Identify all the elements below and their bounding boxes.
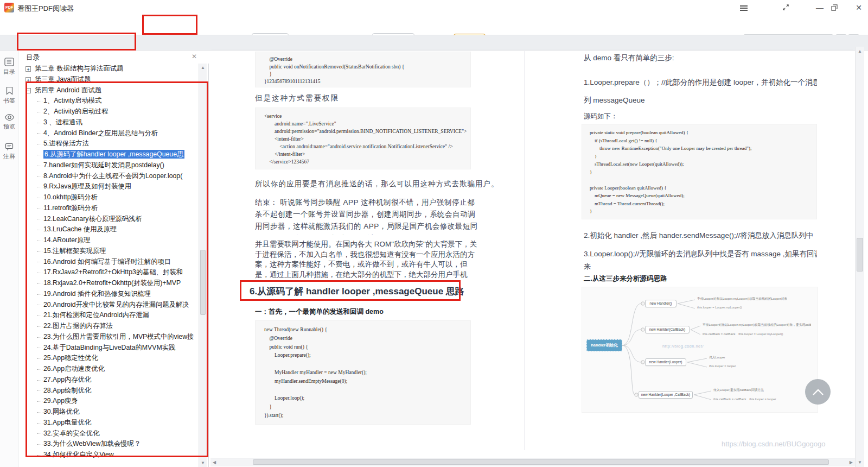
document-horizontal-scrollbar[interactable]: ◀ ▶ bbox=[210, 458, 855, 466]
scroll-down-icon[interactable]: ▼ bbox=[856, 460, 864, 465]
toc-item[interactable]: 3 、进程通讯 bbox=[18, 117, 199, 128]
paragraph: 3.Looper.loop();//无限循环的去消息队列中找是否有 massag… bbox=[584, 249, 817, 259]
sidebar-item-toc[interactable]: 目录 bbox=[0, 58, 18, 76]
paragraph: 所以你的应用要是有消息推送的话，那么可以用这种方式去欺骗用户。 bbox=[255, 179, 499, 189]
toc-item[interactable]: 24.基于DataBinding与LiveData的MVVM实践 bbox=[18, 343, 199, 354]
scroll-down-icon[interactable]: ▼ bbox=[199, 460, 207, 465]
toc-item-label: 12.LeakCanary核心原理源码浅析 bbox=[43, 215, 142, 223]
document-vertical-scrollbar[interactable]: ▲ ▼ bbox=[855, 47, 864, 467]
paragraph: 来 bbox=[584, 262, 591, 272]
toc-item[interactable]: 22.图片占据的内存算法 bbox=[18, 321, 199, 332]
toc-chapter-label: 第二章 数据结构与算法面试题 bbox=[35, 65, 123, 72]
toc-item[interactable]: 19.Android 插件化和热修复知识梳理 bbox=[18, 289, 199, 300]
toc-item[interactable]: 8.Android中为什么主线程不会因为Looper.loop( bbox=[18, 171, 199, 182]
toc-item[interactable]: 16.Android 如何编写基于编译时注解的项目 bbox=[18, 257, 199, 268]
toc-chapter[interactable]: −第四章 Android 面试题 bbox=[18, 85, 199, 96]
toc-item[interactable]: 5.进程保活方法 bbox=[18, 138, 199, 149]
horizontal-scrollbar-thumb[interactable] bbox=[253, 459, 829, 465]
toc-header: 目录 ✕ bbox=[18, 51, 209, 64]
toc-item[interactable]: 25.App稳定性优化 bbox=[18, 353, 199, 364]
toc-item[interactable]: 10.okhttp源码分析 bbox=[18, 192, 199, 203]
toc-chapter[interactable]: +第三章 Java面试题 bbox=[18, 74, 199, 85]
toc-item[interactable]: 7.handler如何实现延时发消息postdelay() bbox=[18, 160, 199, 171]
toc-item[interactable]: 28.App绘制优化 bbox=[18, 386, 199, 396]
sidebar-item-bookmarks[interactable]: 书签 bbox=[0, 86, 18, 105]
toc-item-label: 26.App启动速度优化 bbox=[43, 365, 105, 373]
toc-item[interactable]: 9.RxJava原理及如何封装使用 bbox=[18, 181, 199, 192]
toc-item-label: 25.App稳定性优化 bbox=[43, 354, 98, 362]
toc-item[interactable]: 4、Android Binder之应用层总结与分析 bbox=[18, 128, 199, 139]
toc-item[interactable]: 30.网络优化 bbox=[18, 407, 199, 418]
toc-item[interactable]: 15.注解框架实现原理 bbox=[18, 246, 199, 257]
toc-item-label: 13.LruCache 使用及原理 bbox=[43, 225, 117, 233]
toc-item[interactable]: 1、Activity启动模式 bbox=[18, 96, 199, 106]
toc-item[interactable]: 33.为什么WebView加载会慢呢？ bbox=[18, 439, 199, 450]
toc-item-label: 22.图片占据的内存算法 bbox=[43, 322, 113, 330]
diagram-node: new Hanlder(CallBack) bbox=[645, 326, 690, 333]
toc-item[interactable]: 21.如何检测和定位Android内存泄漏 bbox=[18, 310, 199, 321]
scroll-left-icon[interactable]: ◀ bbox=[213, 460, 216, 465]
toc-item[interactable]: 34.如何优化自定义View bbox=[18, 450, 199, 460]
toc-item[interactable]: 2、Activity的启动过程 bbox=[18, 106, 199, 117]
titlebar: PDF 看图王PDF阅读器 — ✕ bbox=[0, 0, 868, 15]
toc-item[interactable]: 17.RxJava2+Retrofit2+OkHttp3的基础、封装和 bbox=[18, 267, 199, 278]
toc-header-title: 目录 bbox=[26, 53, 40, 62]
paragraph: 从 demo 看只有简单的三步: bbox=[584, 53, 674, 63]
sidebar-item-label: 书签 bbox=[0, 97, 18, 105]
toc-item-label: 23.为什么图片需要用软引用，MVP模式中的view接 bbox=[43, 333, 194, 340]
toc-chapter-label: 第四章 Android 面试题 bbox=[35, 86, 101, 94]
expand-icon[interactable]: + bbox=[25, 77, 31, 83]
toc-item-label: 20.Android开发中比较常见的内存泄漏问题及解决 bbox=[43, 301, 189, 308]
sub-heading: 一：首先，一个最简单的发送和回调 demo bbox=[255, 307, 384, 317]
page-top-edge bbox=[212, 49, 853, 49]
toc-item[interactable]: 12.LeakCanary核心原理源码浅析 bbox=[18, 214, 199, 225]
toc-item-label: 34.如何优化自定义View bbox=[43, 451, 114, 458]
toc-item-label: 5.进程保活方法 bbox=[43, 140, 89, 147]
toc-item-label: 16.Android 如何编写基于编译时注解的项目 bbox=[43, 258, 171, 266]
toc-item[interactable]: 18.Rxjava2.0+Retrofit+Okhttp(封装使用)+MVP bbox=[18, 278, 199, 289]
back-to-top-button[interactable] bbox=[805, 379, 831, 405]
toc-scrollbar-thumb[interactable] bbox=[200, 250, 206, 315]
maximize-button[interactable] bbox=[831, 0, 847, 15]
document-scrollbar-thumb[interactable] bbox=[857, 238, 863, 272]
toc-item[interactable]: 14.ARouter原理 bbox=[18, 235, 199, 246]
toc-item[interactable]: 13.LruCache 使用及原理 bbox=[18, 224, 199, 235]
toc-item-label: 4、Android Binder之应用层总结与分析 bbox=[43, 129, 158, 137]
diagram-note: 传入Looper bbox=[709, 355, 725, 360]
toc-item[interactable]: 32.安卓的安全优化 bbox=[18, 428, 199, 439]
sub-heading: 二.从这三步来分析源码思路 bbox=[584, 274, 667, 283]
close-button[interactable]: ✕ bbox=[851, 0, 867, 15]
toc-item-label: 2、Activity的启动过程 bbox=[43, 108, 108, 115]
scroll-up-icon[interactable]: ▲ bbox=[199, 65, 207, 70]
toc-scrollbar[interactable]: ▲ ▼ bbox=[199, 64, 207, 467]
collapse-icon[interactable]: − bbox=[25, 88, 31, 93]
toc-close-icon[interactable]: ✕ bbox=[192, 53, 197, 60]
diagram-node: new Handler() bbox=[645, 300, 676, 307]
toc-item[interactable]: 20.Android开发中比较常见的内存泄漏问题及解决 bbox=[18, 300, 199, 311]
expand-icon[interactable]: + bbox=[25, 66, 31, 72]
diagram-node: new Hanlder(Looper ,CallBack) bbox=[639, 391, 693, 399]
page-watermark: https://blog.csdn.net/BUGgogogo bbox=[722, 440, 826, 448]
page-divider bbox=[524, 50, 525, 450]
scroll-right-icon[interactable]: ▶ bbox=[850, 460, 853, 465]
paragraph: 源码如下： bbox=[584, 112, 618, 121]
toc-item[interactable]: 26.App启动速度优化 bbox=[18, 364, 199, 375]
toc-item-label: 7.handler如何实现延时发消息postdelay() bbox=[43, 161, 164, 169]
fullscreen-icon[interactable] bbox=[782, 0, 799, 15]
minimize-button[interactable]: — bbox=[812, 0, 828, 15]
scroll-up-icon[interactable]: ▲ bbox=[856, 49, 864, 54]
menu-icon[interactable] bbox=[736, 0, 752, 15]
toc-item[interactable]: 6.从源码了解handler looper ,messageQueue思 bbox=[18, 149, 199, 160]
sidebar-item-preview[interactable]: 预览 bbox=[0, 113, 18, 131]
toc-item[interactable]: 31.App电量优化 bbox=[18, 418, 199, 428]
toc-item[interactable]: 29.App瘦身 bbox=[18, 396, 199, 407]
sidebar-item-annotations[interactable]: 注释 bbox=[0, 143, 18, 161]
toc-item[interactable]: 27.App内存优化 bbox=[18, 375, 199, 386]
paragraph: 列 messageQueue bbox=[584, 96, 645, 105]
toc-item[interactable]: 11.retrofit源码分析 bbox=[18, 203, 199, 214]
toc-item[interactable]: 23.为什么图片需要用软引用，MVP模式中的view接 bbox=[18, 332, 199, 343]
paragraph: 结束： 听说账号同步唤醒 APP 这种机制很不错，用户强制停止都杀不起创建一个账… bbox=[255, 197, 478, 235]
diagram-note: this.callBack = callBack this.looper = l… bbox=[713, 397, 776, 402]
toc-chapter[interactable]: +第二章 数据结构与算法面试题 bbox=[18, 64, 199, 74]
toc-item-label: 32.安卓的安全优化 bbox=[43, 430, 99, 437]
